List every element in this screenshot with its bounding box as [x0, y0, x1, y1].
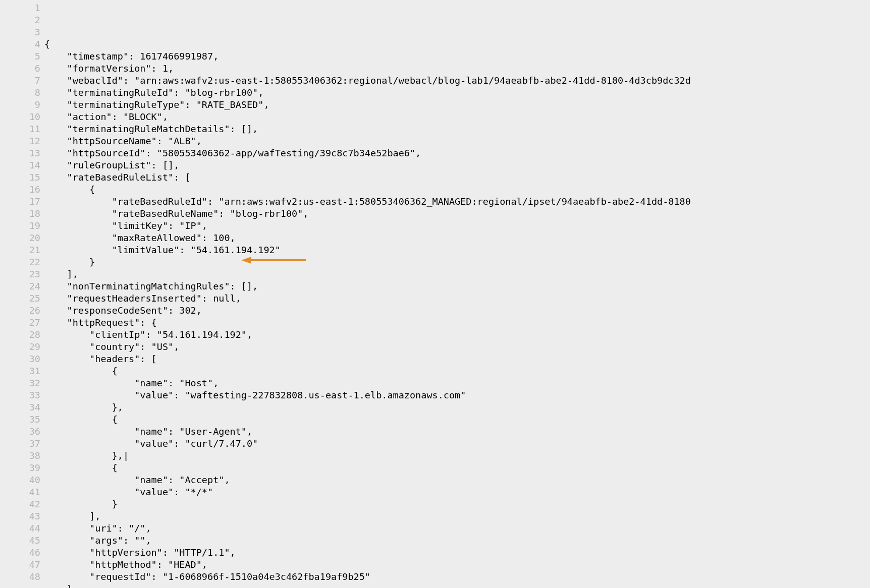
code-line: "httpSourceName": "ALB", [44, 135, 870, 147]
code-line: "rateBasedRuleName": "blog-rbr100", [44, 208, 870, 220]
code-line: { [44, 462, 870, 474]
code-line: "name": "User-Agent", [44, 426, 870, 438]
line-number: 46 [0, 547, 40, 559]
code-line: "timestamp": 1617466991987, [44, 50, 870, 63]
code-line: "rateBasedRuleList": [ [44, 171, 870, 184]
line-number: 17 [0, 196, 40, 208]
line-number: 14 [0, 159, 40, 171]
line-number: 22 [0, 256, 40, 268]
line-number: 21 [0, 244, 40, 256]
code-line: "httpSourceId": "580553406362-app/wafTes… [44, 147, 870, 159]
line-number: 41 [0, 486, 40, 498]
line-number: 48 [0, 571, 40, 583]
line-number: 40 [0, 474, 40, 486]
line-number: 6 [0, 63, 40, 75]
line-number: 10 [0, 111, 40, 123]
line-number: 23 [0, 268, 40, 280]
code-line: "maxRateAllowed": 100, [44, 232, 870, 244]
line-number: 20 [0, 232, 40, 244]
line-number-gutter: 1234567891011121314151617181920212223242… [0, 0, 44, 588]
code-line: "limitKey": "IP", [44, 220, 870, 232]
line-number: 24 [0, 280, 40, 292]
line-number: 28 [0, 329, 40, 341]
line-number: 32 [0, 377, 40, 389]
code-editor: 1234567891011121314151617181920212223242… [0, 0, 870, 588]
code-line: "httpMethod": "HEAD", [44, 559, 870, 571]
code-line: "headers": [ [44, 353, 870, 365]
code-line: ], [44, 510, 870, 522]
code-line: "action": "BLOCK", [44, 111, 870, 123]
line-number: 9 [0, 99, 40, 111]
code-content[interactable]: { "timestamp": 1617466991987, "formatVer… [44, 0, 870, 588]
code-line: "requestId": "1-6068966f-1510a04e3c462fb… [44, 571, 870, 583]
code-line: } [44, 583, 870, 588]
line-number: 27 [0, 317, 40, 329]
code-line: "uri": "/", [44, 522, 870, 535]
line-number: 47 [0, 559, 40, 571]
line-number: 31 [0, 365, 40, 377]
line-number: 8 [0, 87, 40, 99]
code-line: "limitValue": "54.161.194.192" [44, 244, 870, 256]
code-line: "nonTerminatingMatchingRules": [], [44, 280, 870, 292]
code-line: "name": "Accept", [44, 474, 870, 486]
code-line: "value": "waftesting-227832808.us-east-1… [44, 389, 870, 401]
code-line: "terminatingRuleId": "blog-rbr100", [44, 87, 870, 99]
line-number: 12 [0, 135, 40, 147]
code-line: } [44, 498, 870, 510]
line-number: 45 [0, 535, 40, 547]
code-line: { [44, 414, 870, 426]
line-number: 15 [0, 171, 40, 184]
line-number: 19 [0, 220, 40, 232]
code-line: "requestHeadersInserted": null, [44, 292, 870, 305]
line-number: 29 [0, 341, 40, 353]
line-number: 2 [0, 14, 40, 26]
code-line: } [44, 256, 870, 268]
code-line: { [44, 365, 870, 377]
code-line: "value": "curl/7.47.0" [44, 438, 870, 450]
code-line: "httpRequest": { [44, 317, 870, 329]
line-number: 37 [0, 438, 40, 450]
code-line: ], [44, 268, 870, 280]
line-number: 4 [0, 38, 40, 50]
code-line: "clientIp": "54.161.194.192", [44, 329, 870, 341]
code-line: { [44, 38, 870, 50]
code-line: "ruleGroupList": [], [44, 159, 870, 171]
code-line: "webaclId": "arn:aws:wafv2:us-east-1:580… [44, 75, 870, 87]
code-line: "responseCodeSent": 302, [44, 305, 870, 317]
code-line: "formatVersion": 1, [44, 63, 870, 75]
line-number: 26 [0, 305, 40, 317]
code-line: }, [44, 401, 870, 414]
line-number: 38 [0, 450, 40, 462]
line-number: 5 [0, 50, 40, 63]
line-number: 11 [0, 123, 40, 135]
line-number: 39 [0, 462, 40, 474]
code-line: "name": "Host", [44, 377, 870, 389]
line-number: 43 [0, 510, 40, 522]
code-line: "country": "US", [44, 341, 870, 353]
line-number: 25 [0, 292, 40, 305]
line-number: 35 [0, 414, 40, 426]
line-number: 36 [0, 426, 40, 438]
code-line: "terminatingRuleMatchDetails": [], [44, 123, 870, 135]
line-number: 33 [0, 389, 40, 401]
line-number: 13 [0, 147, 40, 159]
line-number: 30 [0, 353, 40, 365]
line-number: 18 [0, 208, 40, 220]
line-number: 42 [0, 498, 40, 510]
line-number: 16 [0, 184, 40, 196]
code-line: "value": "*/*" [44, 486, 870, 498]
code-line: "args": "", [44, 535, 870, 547]
line-number: 1 [0, 2, 40, 14]
line-number: 7 [0, 75, 40, 87]
line-number: 3 [0, 26, 40, 38]
code-line: "httpVersion": "HTTP/1.1", [44, 547, 870, 559]
line-number: 44 [0, 522, 40, 535]
code-line: },| [44, 450, 870, 462]
code-line: "rateBasedRuleId": "arn:aws:wafv2:us-eas… [44, 196, 870, 208]
code-line: { [44, 184, 870, 196]
line-number: 34 [0, 401, 40, 414]
code-line: "terminatingRuleType": "RATE_BASED", [44, 99, 870, 111]
